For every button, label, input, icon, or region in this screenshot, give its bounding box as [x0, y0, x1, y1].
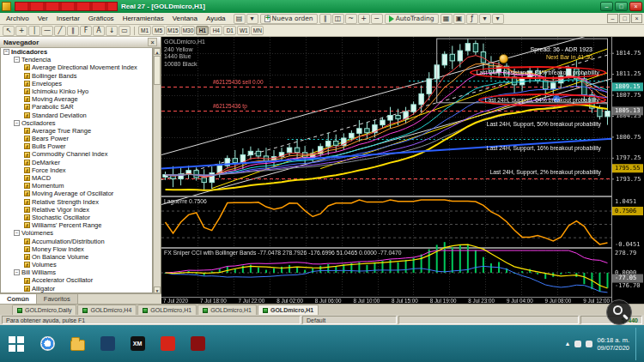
- navigator-item[interactable]: − f Accumulation/Distribution: [1, 238, 152, 245]
- navigator-item[interactable]: − f Accelerator Oscillator: [1, 276, 152, 284]
- navigator-item[interactable]: − f Bill Williams: [1, 268, 152, 276]
- chart-tab[interactable]: GOLDmicro,H1: [197, 305, 257, 315]
- drawing-tool-button[interactable]: —: [41, 26, 53, 36]
- chart-tab[interactable]: GOLDmicro,H1: [258, 305, 319, 315]
- scroll-up-icon[interactable]: ▲: [154, 48, 161, 55]
- toolbar-icon-button[interactable]: ▾: [479, 14, 491, 24]
- navigator-item[interactable]: − f Moving Average: [1, 95, 152, 103]
- navigator-close-icon[interactable]: ×: [148, 38, 157, 46]
- tree-expander-icon[interactable]: −: [14, 120, 20, 126]
- taskbar-clock[interactable]: 06:18 a. m. 09/07/2020: [597, 336, 629, 352]
- toolbar-icon-button[interactable]: +: [358, 14, 370, 24]
- chart-tab[interactable]: GOLDmicro,Daily: [12, 305, 76, 315]
- navigator-tab[interactable]: Común: [0, 294, 37, 304]
- drawing-tool-button[interactable]: A: [93, 26, 105, 36]
- taskbar-app-icon[interactable]: [64, 329, 91, 359]
- navigator-item[interactable]: − f Bollinger Bands: [1, 72, 152, 80]
- taskbar-app-icon[interactable]: [33, 329, 61, 359]
- navigator-item[interactable]: − f Momentum: [1, 182, 152, 190]
- taskbar-app-icon[interactable]: XM: [124, 329, 151, 359]
- navigator-item[interactable]: − f Force Index: [1, 166, 152, 174]
- toolbar-icon-button[interactable]: −: [371, 14, 383, 24]
- toolbar-icon-button[interactable]: ∥: [319, 14, 331, 24]
- toolbar-icon-button[interactable]: ▾: [246, 14, 258, 24]
- chart-tab[interactable]: GOLDmicro,H1: [137, 305, 197, 315]
- toolbar-icon-button[interactable]: ◫: [332, 14, 344, 24]
- navigator-item[interactable]: − f Relative Vigor Index: [1, 206, 152, 214]
- tray-icon-1[interactable]: [574, 341, 581, 347]
- scroll-down-icon[interactable]: ▼: [154, 287, 161, 293]
- status-profile[interactable]: Default: [302, 316, 397, 324]
- navigator-item[interactable]: − f Ichimoku Kinko Hyo: [1, 87, 152, 95]
- timeframe-button[interactable]: M30: [181, 26, 196, 35]
- drawing-tool-button[interactable]: ▭: [118, 26, 131, 36]
- tray-chevron-icon[interactable]: ▲: [565, 341, 571, 347]
- show-desktop-button[interactable]: [635, 328, 639, 360]
- navigator-item[interactable]: − f Indicadores: [1, 48, 152, 56]
- autotrading-button[interactable]: AutoTrading: [385, 14, 439, 24]
- toolbar-icon-button[interactable]: ▾: [492, 14, 504, 24]
- navigator-item[interactable]: − f Standard Deviation: [1, 112, 152, 119]
- drawing-tool-button[interactable]: ↓: [106, 26, 118, 36]
- new-order-button[interactable]: Nueva orden: [260, 14, 318, 24]
- timeframe-button[interactable]: W1: [237, 26, 250, 35]
- navigator-item[interactable]: − f Williams' Percent Range: [1, 221, 152, 229]
- maximize-button[interactable]: □: [615, 2, 628, 11]
- navigator-item[interactable]: − f Volumes: [1, 261, 152, 268]
- navigator-item[interactable]: − f Stochastic Oscillator: [1, 214, 152, 221]
- navigator-item[interactable]: − f Osciladores: [1, 119, 152, 127]
- drawing-tool-button[interactable]: +: [15, 26, 27, 36]
- tray-icon-2[interactable]: [586, 341, 592, 347]
- timeframe-button[interactable]: H4: [210, 26, 222, 35]
- menu-item[interactable]: Gráficos: [84, 15, 118, 22]
- menu-item[interactable]: Archivo: [2, 15, 33, 22]
- menu-item[interactable]: Ayuda: [202, 15, 230, 22]
- mdi-minimize-button[interactable]: –: [607, 14, 618, 23]
- navigator-item[interactable]: − f Money Flow Index: [1, 245, 152, 253]
- mdi-restore-button[interactable]: □: [619, 14, 630, 23]
- drawing-tool-button[interactable]: ╱: [54, 26, 66, 36]
- navigator-item[interactable]: − f Average True Range: [1, 127, 152, 135]
- navigator-item[interactable]: − f Moving Average of Oscillator: [1, 190, 152, 197]
- navigator-item[interactable]: − f Commodity Channel Index: [1, 150, 152, 158]
- navigator-item[interactable]: − f Average Directional Movement Index: [1, 63, 152, 71]
- timeframe-button[interactable]: MN: [251, 26, 264, 35]
- chart-window[interactable]: GOLDmicro,H1240 Yellow1440 Blue10080 Bla…: [161, 37, 644, 304]
- taskbar-app-icon[interactable]: [154, 329, 181, 359]
- timeframe-button[interactable]: H1: [196, 26, 209, 35]
- toolbar-icon-button[interactable]: ▦: [440, 14, 453, 24]
- timeframe-button[interactable]: M5: [152, 26, 165, 35]
- close-button[interactable]: ×: [629, 2, 642, 11]
- navigator-item[interactable]: − f Volúmenes: [1, 229, 152, 237]
- timeframe-button[interactable]: M15: [166, 26, 180, 35]
- scrollbar-thumb[interactable]: [154, 56, 161, 85]
- tree-expander-icon[interactable]: −: [14, 57, 20, 63]
- toolbar-icon-button[interactable]: ~: [345, 14, 357, 24]
- menu-item[interactable]: Ventana: [168, 15, 202, 22]
- navigator-item[interactable]: − f Parabolic SAR: [1, 103, 152, 111]
- navigator-item[interactable]: − f Bulls Power: [1, 142, 152, 150]
- drawing-tool-button[interactable]: ↖: [3, 26, 15, 36]
- start-button[interactable]: [2, 328, 31, 360]
- mdi-close-button[interactable]: ×: [631, 14, 642, 23]
- toolbar-icon-button[interactable]: ▤: [234, 14, 246, 24]
- chart-tab[interactable]: GOLDmicro,H4: [77, 305, 137, 315]
- minimize-button[interactable]: –: [600, 2, 613, 11]
- menu-item[interactable]: Insertar: [52, 15, 84, 22]
- navigator-item[interactable]: − f Relative Strength Index: [1, 198, 152, 206]
- navigator-item[interactable]: − f MACD: [1, 174, 152, 182]
- drawing-tool-button[interactable]: |: [28, 26, 40, 36]
- drawing-tool-button[interactable]: ∥: [67, 26, 79, 36]
- drawing-tool-button[interactable]: F: [80, 26, 92, 36]
- toolbar-icon-button[interactable]: ƒ: [466, 14, 478, 24]
- navigator-item[interactable]: − f DeMarker: [1, 159, 152, 166]
- navigator-item[interactable]: − f Alligator: [1, 285, 152, 293]
- menu-item[interactable]: Herramientas: [118, 15, 168, 22]
- taskbar-app-icon[interactable]: [184, 329, 211, 359]
- navigator-tab[interactable]: Favoritos: [37, 294, 78, 304]
- timeframe-button[interactable]: D1: [223, 26, 236, 35]
- menu-item[interactable]: Ver: [33, 15, 52, 22]
- timeframe-button[interactable]: M1: [138, 26, 151, 35]
- taskbar-app-icon[interactable]: [94, 329, 121, 359]
- tree-expander-icon[interactable]: −: [14, 230, 20, 236]
